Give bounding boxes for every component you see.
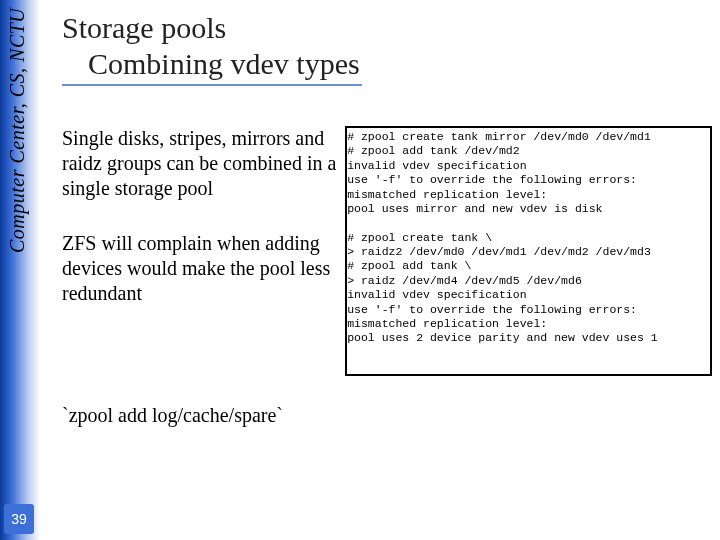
- footnote: `zpool add log/cache/spare`: [62, 404, 712, 427]
- slide-content: Storage pools Combining vdev types Singl…: [62, 10, 712, 427]
- terminal-output: # zpool create tank mirror /dev/md0 /dev…: [345, 126, 712, 376]
- institution-label: Computer Center, CS, NCTU: [6, 8, 29, 358]
- page-number-badge: 39: [4, 504, 34, 534]
- title-main: Storage pools: [62, 11, 226, 44]
- slide-title: Storage pools Combining vdev types: [62, 10, 712, 86]
- body-row: Single disks, stripes, mirrors and raidz…: [62, 126, 712, 376]
- paragraph-1: Single disks, stripes, mirrors and raidz…: [62, 126, 337, 201]
- body-text-column: Single disks, stripes, mirrors and raidz…: [62, 126, 337, 376]
- paragraph-2: ZFS will complain when adding devices wo…: [62, 231, 337, 306]
- title-sub: Combining vdev types: [62, 46, 362, 86]
